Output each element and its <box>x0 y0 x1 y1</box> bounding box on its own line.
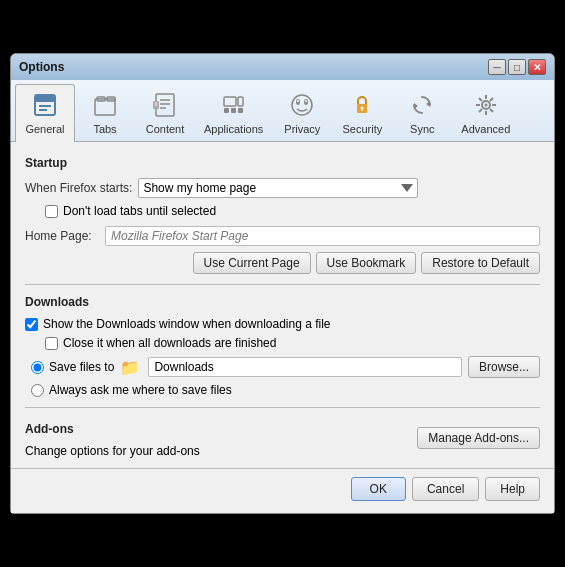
tab-advanced-label: Advanced <box>461 123 510 135</box>
privacy-icon <box>286 89 318 121</box>
use-bookmark-button[interactable]: Use Bookmark <box>316 252 417 274</box>
advanced-icon <box>470 89 502 121</box>
svg-rect-18 <box>238 97 243 106</box>
dont-load-checkbox[interactable] <box>45 205 58 218</box>
svg-point-25 <box>361 107 364 110</box>
window-title: Options <box>19 60 64 74</box>
tab-security-label: Security <box>342 123 382 135</box>
tab-privacy-label: Privacy <box>284 123 320 135</box>
startup-row: When Firefox starts: Show my home page S… <box>25 178 540 198</box>
homepage-buttons: Use Current Page Use Bookmark Restore to… <box>25 252 540 274</box>
save-files-row: Save files to 📁 Browse... <box>31 356 540 378</box>
svg-line-36 <box>490 109 493 112</box>
svg-rect-1 <box>35 95 55 102</box>
startup-dropdown[interactable]: Show my home page Show a blank page Show… <box>138 178 418 198</box>
startup-title: Startup <box>25 156 540 170</box>
manage-addons-button[interactable]: Manage Add-ons... <box>417 427 540 449</box>
divider-1 <box>25 284 540 285</box>
svg-line-35 <box>479 98 482 101</box>
addons-title: Add-ons <box>25 422 200 436</box>
footer-buttons: OK Cancel Help <box>11 468 554 513</box>
homepage-row: Home Page: <box>25 226 540 246</box>
save-files-label: Save files to <box>49 360 114 374</box>
tab-content-label: Content <box>146 123 185 135</box>
svg-line-38 <box>479 109 482 112</box>
use-current-button[interactable]: Use Current Page <box>193 252 311 274</box>
show-downloads-row: Show the Downloads window when downloadi… <box>25 317 540 331</box>
svg-marker-28 <box>414 103 418 109</box>
svg-rect-14 <box>224 97 236 106</box>
svg-rect-17 <box>238 108 243 113</box>
svg-rect-16 <box>231 108 236 113</box>
close-downloads-label: Close it when all downloads are finished <box>63 336 276 350</box>
tab-content[interactable]: Content <box>135 84 195 141</box>
downloads-section: Downloads Show the Downloads window when… <box>25 295 540 397</box>
title-bar: Options ─ □ ✕ <box>11 54 554 80</box>
show-downloads-checkbox[interactable] <box>25 318 38 331</box>
svg-point-23 <box>305 100 307 102</box>
close-downloads-row: Close it when all downloads are finished <box>45 336 540 350</box>
always-ask-label: Always ask me where to save files <box>49 383 232 397</box>
svg-marker-27 <box>426 101 430 107</box>
svg-point-22 <box>297 100 299 102</box>
tab-security[interactable]: Security <box>332 84 392 141</box>
svg-rect-2 <box>39 105 51 107</box>
main-content: Startup When Firefox starts: Show my hom… <box>11 142 554 468</box>
sync-icon <box>406 89 438 121</box>
cancel-button[interactable]: Cancel <box>412 477 479 501</box>
general-icon <box>29 89 61 121</box>
show-downloads-label: Show the Downloads window when downloadi… <box>43 317 331 331</box>
homepage-section: Home Page: Use Current Page Use Bookmark… <box>25 226 540 274</box>
always-ask-radio[interactable] <box>31 384 44 397</box>
svg-point-19 <box>292 95 312 115</box>
downloads-title: Downloads <box>25 295 540 309</box>
always-ask-row: Always ask me where to save files <box>31 383 540 397</box>
ok-button[interactable]: OK <box>351 477 406 501</box>
folder-icon: 📁 <box>120 358 140 377</box>
when-firefox-starts-label: When Firefox starts: <box>25 181 132 195</box>
security-icon <box>346 89 378 121</box>
restore-default-button[interactable]: Restore to Default <box>421 252 540 274</box>
minimize-button[interactable]: ─ <box>488 59 506 75</box>
startup-section: Startup When Firefox starts: Show my hom… <box>25 156 540 218</box>
tab-advanced[interactable]: Advanced <box>452 84 519 141</box>
tab-tabs[interactable]: Tabs <box>75 84 135 141</box>
addons-description: Change options for your add-ons <box>25 444 200 458</box>
tabs-icon <box>89 89 121 121</box>
save-files-radio[interactable] <box>31 361 44 374</box>
tab-general[interactable]: General <box>15 84 75 142</box>
maximize-button[interactable]: □ <box>508 59 526 75</box>
addons-section: Add-ons Change options for your add-ons … <box>25 418 540 458</box>
tab-applications[interactable]: Applications <box>195 84 272 141</box>
download-path-input[interactable] <box>148 357 462 377</box>
svg-rect-3 <box>39 109 47 111</box>
help-button[interactable]: Help <box>485 477 540 501</box>
close-button[interactable]: ✕ <box>528 59 546 75</box>
window-controls: ─ □ ✕ <box>488 59 546 75</box>
divider-2 <box>25 407 540 408</box>
options-window: Options ─ □ ✕ General <box>10 53 555 514</box>
tab-sync[interactable]: Sync <box>392 84 452 141</box>
svg-point-30 <box>484 104 487 107</box>
content-icon <box>149 89 181 121</box>
tab-general-label: General <box>25 123 64 135</box>
homepage-input[interactable] <box>105 226 540 246</box>
tab-applications-label: Applications <box>204 123 263 135</box>
tab-sync-label: Sync <box>410 123 434 135</box>
svg-line-37 <box>490 98 493 101</box>
dont-load-label: Don't load tabs until selected <box>63 204 216 218</box>
close-downloads-checkbox[interactable] <box>45 337 58 350</box>
addons-text: Add-ons Change options for your add-ons <box>25 418 200 458</box>
applications-icon <box>218 89 250 121</box>
tab-bar: General Tabs <box>11 80 554 142</box>
dont-load-row: Don't load tabs until selected <box>45 204 540 218</box>
browse-button[interactable]: Browse... <box>468 356 540 378</box>
tab-tabs-label: Tabs <box>93 123 116 135</box>
svg-rect-15 <box>224 108 229 113</box>
homepage-label: Home Page: <box>25 229 105 243</box>
tab-privacy[interactable]: Privacy <box>272 84 332 141</box>
